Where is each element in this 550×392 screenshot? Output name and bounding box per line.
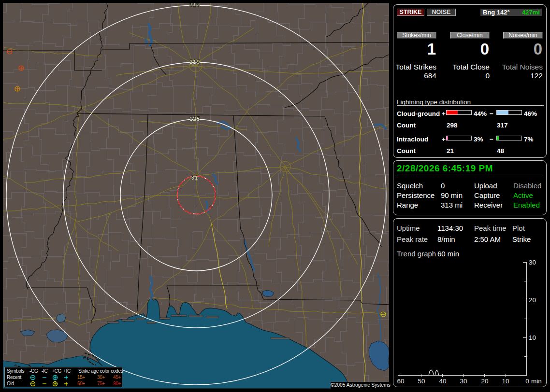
svg-text:min: min <box>531 378 542 385</box>
svg-text:20: 20 <box>529 296 536 304</box>
svg-text:313: 313 <box>189 1 200 7</box>
svg-text:10: 10 <box>529 334 536 341</box>
svg-text:219: 219 <box>189 59 200 65</box>
svg-text:31: 31 <box>191 175 199 181</box>
svg-text:20: 20 <box>481 378 488 385</box>
svg-text:60: 60 <box>397 378 404 385</box>
svg-text:30: 30 <box>529 259 536 266</box>
svg-text:125: 125 <box>189 116 200 122</box>
svg-text:50: 50 <box>418 378 425 385</box>
svg-text:10: 10 <box>502 378 509 385</box>
svg-text:40: 40 <box>439 378 446 385</box>
svg-text:30: 30 <box>460 378 467 385</box>
svg-text:0: 0 <box>525 378 529 385</box>
